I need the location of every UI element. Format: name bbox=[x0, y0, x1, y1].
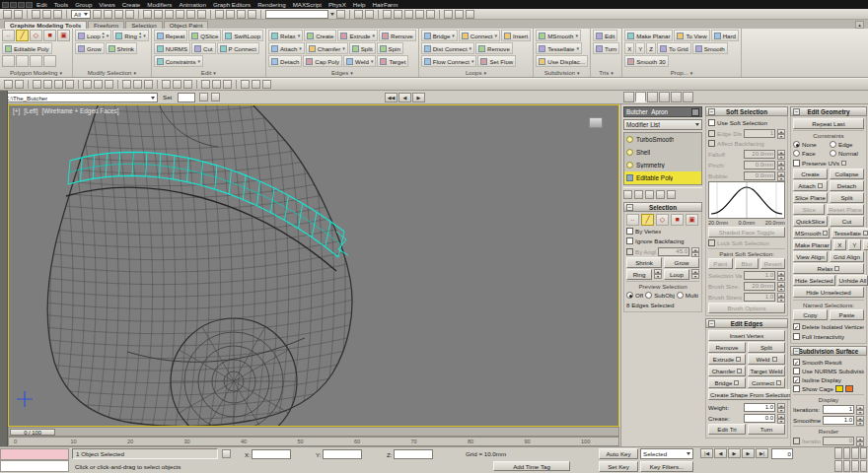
shrink-ribbon-button[interactable]: Shrink bbox=[106, 42, 137, 54]
motion-tab-icon[interactable] bbox=[659, 92, 670, 102]
preview-off-radio[interactable] bbox=[626, 292, 633, 299]
settings-square-icon[interactable] bbox=[834, 266, 839, 271]
snaps-toggle-icon[interactable] bbox=[215, 10, 224, 19]
use-nurms-subdivision-checkbox[interactable] bbox=[793, 368, 800, 374]
mirror-icon[interactable] bbox=[354, 10, 363, 19]
split-ribbon-button[interactable]: Split bbox=[349, 42, 376, 54]
track-bar[interactable]: 0102030405060708090100 bbox=[8, 437, 619, 446]
save-file-icon[interactable] bbox=[26, 2, 33, 8]
connect-ribbon-button[interactable]: Connect▾ bbox=[459, 30, 500, 41]
zoom-icon[interactable] bbox=[834, 447, 842, 459]
viewport-view-name[interactable]: [Left] bbox=[24, 107, 37, 114]
cut-ribbon-button[interactable]: Cut bbox=[191, 42, 215, 54]
grow-button[interactable]: Grow bbox=[664, 257, 699, 268]
shaded-face-toggle-button[interactable]: Shaded Face Toggle bbox=[708, 227, 785, 237]
smooth-30-ribbon-button[interactable]: Smooth 30 bbox=[624, 55, 668, 67]
use-displac-ribbon-button[interactable]: Use Displac... bbox=[536, 55, 588, 67]
brush-options-button[interactable]: Brush Options bbox=[708, 303, 785, 313]
time-slider[interactable]: 0 / 100 bbox=[8, 427, 619, 437]
zoom-region-icon[interactable] bbox=[860, 447, 868, 459]
layer-properties-icon[interactable] bbox=[105, 80, 113, 89]
split-button[interactable]: Split bbox=[748, 342, 785, 353]
preserve-uvs-checkbox[interactable] bbox=[793, 160, 800, 167]
render-iterations-spinner[interactable]: ▴▾ bbox=[856, 437, 864, 445]
zoom-extents-icon[interactable] bbox=[851, 447, 859, 459]
layer-list-icon[interactable] bbox=[83, 80, 92, 89]
isoline-display-checkbox[interactable] bbox=[793, 376, 800, 383]
make-unique-icon[interactable] bbox=[645, 190, 654, 199]
ribbon-tab-object-paint[interactable]: Object Paint bbox=[164, 21, 209, 29]
modifier-editable-poly[interactable]: Editable Poly bbox=[624, 171, 701, 184]
align-icon[interactable] bbox=[365, 10, 374, 19]
set-field[interactable] bbox=[178, 93, 195, 102]
go-start-icon[interactable] bbox=[212, 80, 221, 89]
selection-value-spinner[interactable]: ▴▾ bbox=[777, 271, 785, 280]
cage-color-swatch-2[interactable] bbox=[845, 385, 853, 392]
hierarchy-tab-icon[interactable] bbox=[647, 92, 658, 102]
window-crossing-icon[interactable] bbox=[125, 10, 134, 19]
attach-button[interactable]: Attach bbox=[793, 180, 828, 191]
menu-physx[interactable]: PhysX bbox=[326, 1, 349, 8]
weld-button[interactable]: Weld bbox=[748, 354, 785, 365]
viewport-menu-plus[interactable]: [+] bbox=[13, 107, 20, 114]
collapse-button[interactable]: Collapse bbox=[830, 169, 864, 179]
insert-ribbon-button[interactable]: Insert bbox=[501, 30, 531, 41]
object-name-field[interactable]: Butcher_Apron bbox=[623, 106, 702, 117]
constraint-face-radio[interactable] bbox=[793, 150, 800, 157]
by-vertex-checkbox[interactable] bbox=[626, 228, 633, 235]
ribbon-group-caption[interactable]: Edges▾ bbox=[268, 68, 416, 77]
menu-hairfarm[interactable]: HairFarm bbox=[370, 1, 401, 8]
time-slider-handle[interactable]: 0 / 100 bbox=[10, 429, 55, 436]
connect-button[interactable]: Connect bbox=[748, 377, 785, 388]
weight-field[interactable]: 1.0 bbox=[744, 403, 775, 412]
create-button[interactable]: Create bbox=[793, 169, 828, 179]
chamfer-ribbon-button[interactable]: Chamfer▾ bbox=[306, 42, 348, 54]
smooth-result-checkbox[interactable] bbox=[793, 359, 800, 366]
axis-plane-icon[interactable] bbox=[65, 80, 74, 89]
y-coordinate-field[interactable] bbox=[323, 449, 362, 459]
z-button[interactable]: Z bbox=[863, 239, 868, 250]
revert-button[interactable]: Revert bbox=[760, 258, 785, 269]
show-end-result-icon[interactable] bbox=[634, 190, 643, 199]
object-color-swatch[interactable] bbox=[691, 108, 699, 116]
edge-subobject-icon[interactable]: ╱ bbox=[641, 214, 654, 226]
turn-button[interactable]: Turn bbox=[748, 424, 785, 435]
add-time-tag-button[interactable]: Add Time Tag bbox=[493, 461, 570, 471]
menu-views[interactable]: Views bbox=[96, 1, 117, 8]
relax-ribbon-button[interactable]: Relax▾ bbox=[268, 30, 303, 41]
settings-square-icon[interactable] bbox=[737, 369, 742, 373]
falloff-spinner[interactable]: ▴▾ bbox=[777, 150, 785, 159]
viewport-shading-label[interactable]: [Wireframe + Edged Faces] bbox=[42, 107, 119, 114]
lightbulb-icon[interactable] bbox=[626, 162, 633, 169]
x-coordinate-field[interactable] bbox=[252, 449, 291, 459]
go-to-end-icon[interactable]: ▶| bbox=[756, 448, 768, 458]
previous-frame-icon[interactable]: ◀ bbox=[714, 448, 727, 458]
graphite-ribbon-toggle-icon[interactable] bbox=[394, 10, 402, 19]
ribbon-group-caption[interactable]: Loops▾ bbox=[421, 68, 532, 77]
hide-selected-button[interactable]: Hide Selected bbox=[793, 275, 835, 286]
view-align-button[interactable]: View Align bbox=[793, 251, 828, 262]
named-selection-sets-field[interactable] bbox=[265, 10, 328, 19]
weld-ribbon-button[interactable]: Weld▾ bbox=[343, 55, 376, 67]
repeat-ribbon-button[interactable]: Repeat bbox=[154, 30, 188, 41]
maxscript-mini-listener-pink[interactable] bbox=[0, 448, 69, 460]
smoothness-field[interactable]: 1.0 bbox=[823, 416, 854, 425]
configure-modifier-sets-icon[interactable] bbox=[667, 190, 676, 199]
settings-square-icon[interactable] bbox=[736, 357, 741, 362]
brush-strength-field[interactable]: 1.0 bbox=[744, 293, 775, 302]
pin-stack-icon[interactable] bbox=[2, 55, 15, 67]
skip-back-icon[interactable]: ◀◀ bbox=[385, 93, 398, 102]
redo-icon[interactable] bbox=[14, 10, 23, 19]
bind-to-space-warp-icon[interactable] bbox=[53, 10, 62, 19]
selection-lock-icon[interactable] bbox=[4, 80, 13, 89]
unhide-all-button[interactable]: Unhide All bbox=[837, 275, 868, 286]
modifier-symmetry[interactable]: Symmetry bbox=[624, 159, 701, 171]
maxscript-mini-listener-white[interactable] bbox=[0, 460, 69, 472]
align-tool-icon[interactable] bbox=[133, 80, 142, 89]
settings-square-icon[interactable] bbox=[734, 380, 739, 385]
swiftloop-ribbon-button[interactable]: SwiftLoop bbox=[222, 30, 263, 41]
nurms-ribbon-button[interactable]: NURMS bbox=[154, 42, 190, 54]
brush-strength-spinner[interactable]: ▴▾ bbox=[777, 293, 785, 302]
grow-ribbon-button[interactable]: Grow bbox=[75, 42, 105, 54]
grid-align-button[interactable]: Grid Align bbox=[830, 251, 864, 262]
